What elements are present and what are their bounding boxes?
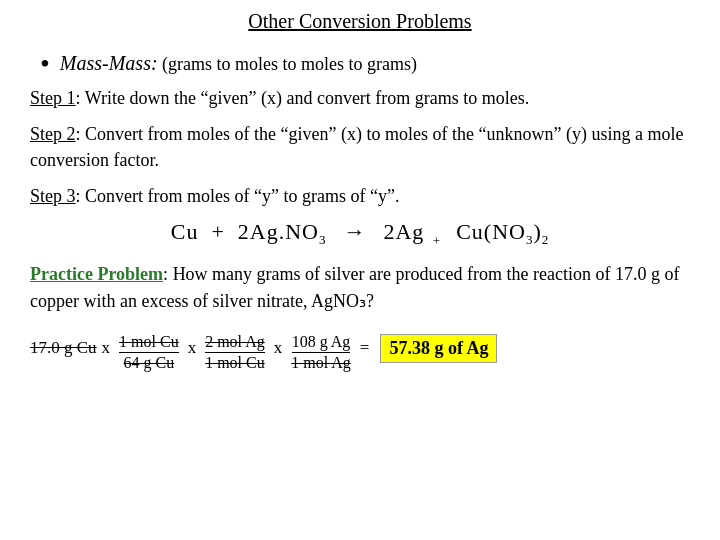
mult2: x (188, 338, 197, 358)
fraction-2: 2 mol Ag 1 mol Cu (205, 333, 265, 372)
step1: Step 1: Write down the “given” (x) and c… (30, 85, 690, 111)
mult3: x (274, 338, 283, 358)
mass-mass-text: Mass-Mass: (60, 52, 158, 74)
answer-box: 57.38 g of Ag (380, 334, 497, 363)
calculation-row: 17.0 g Cu x 1 mol Cu 64 g Cu x 2 mol Ag … (30, 329, 690, 368)
given-value: 17.0 g Cu (30, 338, 97, 358)
mass-mass-description: (grams to moles to moles to grams) (162, 54, 417, 74)
mass-mass-label: Mass-Mass: (grams to moles to moles to g… (60, 52, 417, 75)
bullet-dot: • (40, 50, 50, 78)
step3-label: Step 3 (30, 186, 76, 206)
fraction-1: 1 mol Cu 64 g Cu (119, 333, 179, 372)
practice-problem: Practice Problem: How many grams of silv… (30, 261, 690, 315)
step2: Step 2: Convert from moles of the “given… (30, 121, 690, 173)
step2-text: Convert from moles of the “given” (x) to… (30, 124, 683, 170)
step1-text: Write down the “given” (x) and convert f… (81, 88, 530, 108)
mult1: x (102, 338, 111, 358)
equals-sign: = (360, 338, 370, 358)
page-title: Other Conversion Problems (30, 10, 690, 33)
step1-label: Step 1 (30, 88, 76, 108)
step3-text: Convert from moles of “y” to grams of “y… (81, 186, 400, 206)
step3: Step 3: Convert from moles of “y” to gra… (30, 183, 690, 209)
bullet-row: • Mass-Mass: (grams to moles to moles to… (40, 47, 690, 75)
chemical-equation: Cu + 2Ag.NO3 → 2Ag + Cu(NO3)2 (30, 219, 690, 248)
step2-label: Step 2 (30, 124, 76, 144)
fraction-3: 108 g Ag 1 mol Ag (291, 333, 351, 372)
practice-label: Practice Problem (30, 264, 163, 284)
